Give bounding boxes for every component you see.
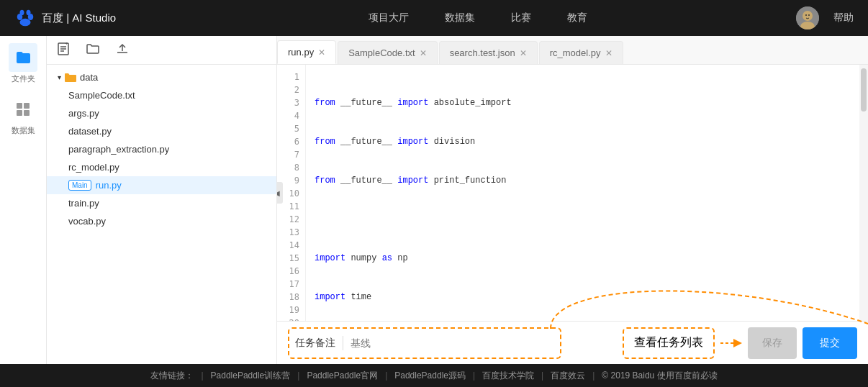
tab-run-py-label: run.py	[288, 47, 314, 58]
nav-item-projects[interactable]: 项目大厅	[369, 8, 409, 28]
tab-samplecode-label: SampleCode.txt	[348, 47, 415, 58]
tab-samplecode[interactable]: SampleCode.txt ✕	[338, 41, 438, 64]
line-num-16: 16	[277, 265, 305, 278]
file-item-args[interactable]: args.py	[47, 104, 276, 122]
footer-link-baiduyun[interactable]: 百度效云	[551, 370, 585, 382]
logo-area: 百度 | AI Studio	[14, 7, 116, 29]
tab-search-test-close[interactable]: ✕	[520, 49, 527, 58]
footer-copyright: © 2019 Baidu 使用百度前必读	[602, 370, 717, 382]
tab-samplecode-close[interactable]: ✕	[420, 49, 427, 58]
new-folder-button[interactable]	[83, 40, 102, 61]
footer-link-paddlecamp[interactable]: PaddlePaddle训练营	[211, 370, 291, 382]
sidebar-files-label: 文件夹	[12, 73, 35, 84]
submit-button[interactable]: 提交	[803, 327, 857, 359]
top-nav: 百度 | AI Studio 项目大厅 数据集 比赛 教育 帮助	[0, 0, 868, 36]
task-label: 任务备注	[295, 337, 335, 350]
folder-data[interactable]: ▾ data	[47, 68, 276, 86]
tab-search-test-label: search.test.json	[450, 47, 515, 58]
line-num-8: 8	[277, 161, 305, 174]
line-num-1: 1	[277, 70, 305, 83]
folder-icon[interactable]	[9, 43, 37, 72]
code-content[interactable]: from __future__ import absolute_import f…	[306, 65, 859, 321]
main-layout: 文件夹 数据集 +	[0, 36, 868, 364]
avatar[interactable]	[796, 6, 819, 29]
file-item-run[interactable]: Main run.py	[47, 176, 276, 194]
sidebar: 文件夹 数据集	[0, 36, 47, 364]
sidebar-item-datasets[interactable]: 数据集	[9, 95, 37, 136]
svg-rect-11	[24, 103, 30, 109]
tab-search-test[interactable]: search.test.json ✕	[439, 41, 538, 64]
line-num-12: 12	[277, 213, 305, 226]
arrow-right-icon	[720, 336, 742, 350]
bottom-toolbar: 任务备注 查看任务列表 保存 提交	[277, 321, 868, 364]
line-num-13: 13	[277, 226, 305, 239]
footer: 友情链接： | PaddlePaddle训练营 | PaddlePaddle官网…	[0, 364, 868, 387]
file-item-paragraph[interactable]: paragraph_extraction.py	[47, 140, 276, 158]
code-line-3: from __future__ import print_function	[315, 174, 851, 187]
svg-rect-13	[24, 110, 30, 116]
line-num-15: 15	[277, 252, 305, 265]
svg-rect-12	[17, 110, 22, 116]
svg-point-9	[808, 14, 810, 16]
nav-item-competitions[interactable]: 比赛	[511, 8, 531, 28]
vertical-scrollbar[interactable]	[859, 65, 868, 321]
svg-point-8	[805, 14, 807, 16]
code-line-1: from __future__ import absolute_import	[315, 96, 851, 109]
line-num-3: 3	[277, 96, 305, 109]
file-item-vocab[interactable]: vocab.py	[47, 212, 276, 230]
line-num-19: 19	[277, 304, 305, 317]
footer-link-paddleofficial[interactable]: PaddlePaddle官网	[307, 370, 378, 382]
new-file-button[interactable]: +	[54, 40, 73, 61]
collapse-panel-button[interactable]: ◀	[277, 182, 283, 204]
tab-run-py[interactable]: run.py ✕	[277, 40, 336, 64]
tab-rcmodel-label: rc_model.py	[550, 47, 601, 58]
svg-point-6	[803, 11, 813, 21]
line-num-17: 17	[277, 278, 305, 291]
line-num-5: 5	[277, 122, 305, 135]
svg-rect-10	[17, 103, 22, 109]
run-py-name: run.py	[96, 180, 122, 191]
footer-link-techacademy[interactable]: 百度技术学院	[482, 370, 534, 382]
file-item-samplecode[interactable]: SampleCode.txt	[47, 86, 276, 104]
nav-item-datasets[interactable]: 数据集	[445, 8, 475, 28]
tab-bar: run.py ✕ SampleCode.txt ✕ search.test.js…	[277, 36, 868, 65]
code-editor: ◀ 1 2 3 4 5 6 7 8 9 10 11 12 13 14 15 16…	[277, 65, 868, 321]
view-tasks-button[interactable]: 查看任务列表	[623, 327, 715, 359]
code-line-4	[315, 213, 851, 226]
nav-right: 帮助	[796, 6, 854, 29]
file-item-rcmodel[interactable]: rc_model.py	[47, 158, 276, 176]
sidebar-datasets-label: 数据集	[12, 125, 35, 136]
tab-rcmodel-close[interactable]: ✕	[605, 49, 612, 58]
file-item-dataset[interactable]: dataset.py	[47, 122, 276, 140]
scrollbar-thumb[interactable]	[861, 68, 867, 111]
line-num-2: 2	[277, 83, 305, 96]
line-num-14: 14	[277, 239, 305, 252]
line-num-6: 6	[277, 135, 305, 148]
footer-prefix: 友情链接：	[150, 370, 194, 382]
folder-name: data	[80, 72, 98, 83]
svg-point-3	[20, 10, 24, 16]
editor-area: run.py ✕ SampleCode.txt ✕ search.test.js…	[277, 36, 868, 364]
file-list: ▾ data SampleCode.txt args.py dataset.py…	[47, 65, 276, 364]
svg-text:+: +	[65, 42, 68, 47]
task-divider	[343, 336, 343, 350]
footer-link-paddlesource[interactable]: PaddlePaddle源码	[394, 370, 466, 382]
view-tasks-label: 查看任务列表	[634, 335, 703, 350]
code-line-2: from __future__ import division	[315, 135, 851, 148]
tab-run-py-close[interactable]: ✕	[318, 48, 325, 57]
right-actions: 查看任务列表 保存 提交	[623, 327, 857, 359]
nav-item-education[interactable]: 教育	[567, 8, 587, 28]
brand-label: 百度 | AI Studio	[42, 12, 116, 25]
baseline-input[interactable]	[351, 337, 554, 349]
upload-button[interactable]	[113, 40, 132, 61]
folder-arrow-icon: ▾	[58, 73, 61, 81]
svg-point-4	[27, 10, 31, 16]
code-line-5: import numpy as np	[315, 252, 851, 265]
grid-icon[interactable]	[9, 95, 37, 124]
tab-rcmodel[interactable]: rc_model.py ✕	[539, 41, 623, 64]
save-button[interactable]: 保存	[748, 327, 797, 359]
file-item-train[interactable]: train.py	[47, 194, 276, 212]
help-link[interactable]: 帮助	[833, 12, 854, 24]
sidebar-item-files[interactable]: 文件夹	[9, 43, 37, 84]
file-toolbar: +	[47, 36, 276, 65]
